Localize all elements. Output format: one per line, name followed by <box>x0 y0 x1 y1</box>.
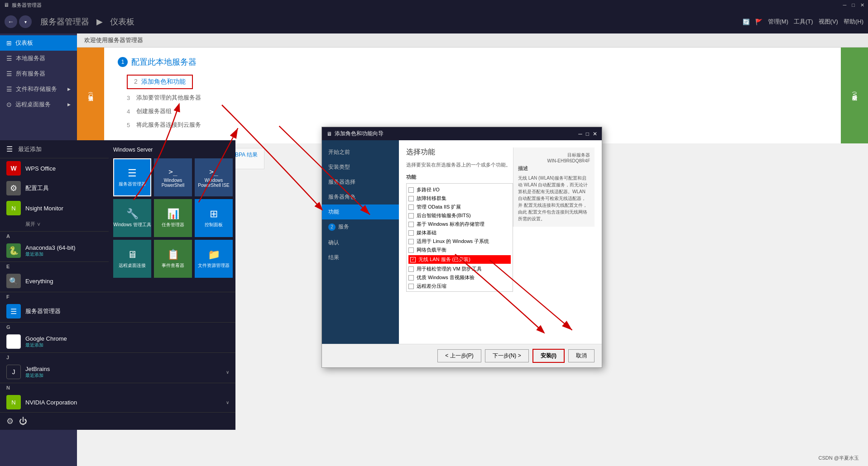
wizard-title-bar: 🖥 添加角色和功能向导 ─ □ ✕ <box>322 127 602 140</box>
letter-f: F <box>0 292 235 301</box>
sidebar-item-file-storage[interactable]: ☰ 文件和存储服务 ▶ <box>0 81 77 97</box>
app-item-chrome[interactable]: ◉ Google Chrome 最近添加 <box>0 332 235 352</box>
letter-j: J <box>0 352 235 362</box>
nvidia-label: NVIDIA Corporation <box>25 399 77 406</box>
wizard-content: 选择功能 选择要安装在所选服务器上的一个或多个功能。 功能 多路径 I/O 故障… <box>399 140 602 344</box>
config-icon: ⚙ <box>6 181 21 195</box>
minimize-btn[interactable]: ─ <box>843 2 847 8</box>
menu-manage[interactable]: 管理(M) <box>768 18 789 26</box>
chevron-right-icon2: ▶ <box>67 102 71 107</box>
wizard-footer: < 上一步(P) 下一步(N) > 安装(I) 取消 <box>322 344 602 367</box>
wizard-nav-server-roles[interactable]: 服务器角色 <box>322 190 399 204</box>
menu-tools[interactable]: 工具(T) <box>794 18 813 26</box>
jetbrains-label: JetBrains <box>25 366 50 372</box>
wizard-icon: 🖥 <box>326 131 332 137</box>
refresh-icon[interactable]: 🔄 <box>743 19 750 25</box>
wizard-nav-results[interactable]: 结果 <box>322 250 399 265</box>
tiles-section: Windows Server ☰ 服务器管理器 >_ Windows Power… <box>109 140 235 282</box>
wizard-maximize[interactable]: □ <box>586 131 589 137</box>
everything-icon: 🔍 <box>6 274 21 288</box>
jetbrains-badge: 最近添加 <box>25 372 50 379</box>
back-button[interactable]: ← <box>5 15 17 28</box>
step4-item: 4 创建服务器组 <box>127 107 827 115</box>
tile-rdp-icon: 🖥 <box>127 249 137 261</box>
cancel-button-wizard[interactable]: 取消 <box>568 349 595 362</box>
features-list: 多路径 I/O 故障转移群集 管理 OData IIS 扩展 后台智能 <box>406 183 513 292</box>
app-item-jetbrains[interactable]: J JetBrains 最近添加 ∨ <box>0 362 235 382</box>
app-item-nvidia[interactable]: N NVIDIA Corporation ∨ <box>0 392 235 412</box>
close-btn[interactable]: ✕ <box>860 2 864 8</box>
remote-desktop-icon: ⊙ <box>6 101 12 108</box>
header-bar: ← ▾ 服务器管理器 ▶ 仪表板 🔄 🚩 管理(M) 工具(T) 视图(V) 帮… <box>0 10 868 33</box>
feature-multipath-io: 多路径 I/O <box>408 185 511 194</box>
power-icon[interactable]: ⏻ <box>19 417 27 426</box>
wizard-section-title: 选择功能 <box>406 147 513 157</box>
tile-cp-icon: ⊞ <box>210 208 218 220</box>
anaconda-icon: 🐍 <box>6 243 21 258</box>
sidebar-item-remote-desktop[interactable]: ⊙ 远程桌面服务 ▶ <box>0 97 77 112</box>
wps-label: WPS Office <box>25 165 56 172</box>
forward-button[interactable]: ▾ <box>19 15 32 28</box>
letter-g: G <box>0 322 235 332</box>
tile-server-manager[interactable]: ☰ 服务器管理器 <box>113 158 151 196</box>
tile-rdp[interactable]: 🖥 远程桌面连接 <box>113 240 151 278</box>
wizard-controls: ─ □ ✕ <box>578 131 597 137</box>
tile-control-panel[interactable]: ⊞ 控制面板 <box>195 199 233 237</box>
header-right: 🔄 🚩 管理(M) 工具(T) 视图(V) 帮助(H) <box>743 18 864 26</box>
menu-help[interactable]: 帮助(H) <box>844 18 863 26</box>
install-button[interactable]: 安装(I) <box>532 349 565 363</box>
server-mgr-app-icon: ☰ <box>6 304 21 319</box>
feature-wsl: 适用于 Linux 的 Windows 子系统 <box>408 237 511 246</box>
desc-text: 无线 LAN (WLAN)服务可配置和启动 WLAN 自动配置服务，而无论计算机… <box>518 175 590 222</box>
jetbrains-expand-icon: ∨ <box>226 370 229 375</box>
feature-vm-shield: 用于植松管理的 VM 防护工具 <box>408 265 511 273</box>
title-bar: 🖥 服务器管理器 ─ □ ✕ <box>0 0 868 10</box>
tile-task-manager[interactable]: 📊 任务管理器 <box>154 199 192 237</box>
wizard-nav-start[interactable]: 开始之前 <box>322 145 399 160</box>
feature-wbem: 基于 Windows 标准的存储管理 <box>408 220 511 228</box>
nvidia-icon: N <box>6 395 21 409</box>
tile-fe-icon: 📁 <box>208 249 220 261</box>
tile-event-viewer[interactable]: 📋 事件查看器 <box>154 240 192 278</box>
description-panel: 目标服务器 WIN-EH9R6DQ8R4F 描述 无线 LAN (WLAN)服务… <box>513 147 595 227</box>
wizard-nav-features[interactable]: 功能 <box>322 204 399 219</box>
hamburger-icon[interactable]: ☰ <box>6 145 13 153</box>
wizard-nav-confirm[interactable]: 确认 <box>322 235 399 250</box>
sidebar-item-dashboard[interactable]: ⊞ 仪表板 <box>0 35 77 51</box>
app-item-server-mgr[interactable]: ☰ 服务器管理器 <box>0 301 235 321</box>
wizard-nav-install-type[interactable]: 安装类型 <box>322 160 399 175</box>
new-features-label: 新增功能(W) <box>841 48 868 143</box>
title-bar-icon: 🖥 <box>4 2 9 8</box>
everything-label: Everything <box>25 278 53 285</box>
feature-wlan: ✓ 无线 LAN 服务 (已安装) <box>408 255 511 264</box>
wps-icon: W <box>6 161 21 176</box>
wizard-minimize[interactable]: ─ <box>578 131 582 137</box>
feature-odata-iis: 管理 OData IIS 扩展 <box>408 203 511 211</box>
wizard-nav-services[interactable]: 2 服务 <box>322 219 399 235</box>
tile-admin-tools[interactable]: 🔧 Windows 管理工具 <box>113 199 151 237</box>
nsight-label: Nsight Monitor <box>25 205 63 212</box>
settings-icon[interactable]: ⚙ <box>6 416 14 426</box>
title-bar-text: 服务器管理器 <box>12 2 42 9</box>
bpa-link[interactable]: BPA 结果 <box>235 151 258 159</box>
wizard-nav-server-select[interactable]: 服务器选择 <box>322 175 399 190</box>
feature-rsat: 远程服务器管理工具 (2 个已安装，共 43 个) <box>408 290 511 292</box>
tile-powershell-ise[interactable]: >_ Windows PowerShell ISE <box>195 158 233 196</box>
next-button-wizard[interactable]: 下一步(N) > <box>485 349 529 362</box>
tile-powershell[interactable]: >_ Windows PowerShell <box>154 158 192 196</box>
chrome-icon: ◉ <box>6 334 21 349</box>
tile-file-explorer[interactable]: 📁 文件资源管理器 <box>195 240 233 278</box>
sidebar-item-local-server[interactable]: ☰ 本地服务器 <box>0 51 77 66</box>
wizard-close[interactable]: ✕ <box>593 131 597 137</box>
flag-icon[interactable]: 🚩 <box>755 19 762 25</box>
quick-start-label: 快速启动(Q) <box>77 48 104 143</box>
dashboard-header: 欢迎使用服务器管理器 <box>77 33 868 48</box>
maximize-btn[interactable]: □ <box>852 2 855 8</box>
menu-view[interactable]: 视图(V) <box>819 18 838 26</box>
sidebar-item-all-servers[interactable]: ☰ 所有服务器 <box>0 66 77 81</box>
back-button-wizard[interactable]: < 上一步(P) <box>437 349 481 362</box>
add-roles-button[interactable]: 2 添加角色和功能 <box>127 75 193 89</box>
tile-ps-icon: >_ <box>168 167 177 176</box>
tile-ev-icon: 📋 <box>167 249 179 261</box>
tile-taskmgr-icon: 📊 <box>167 208 179 220</box>
